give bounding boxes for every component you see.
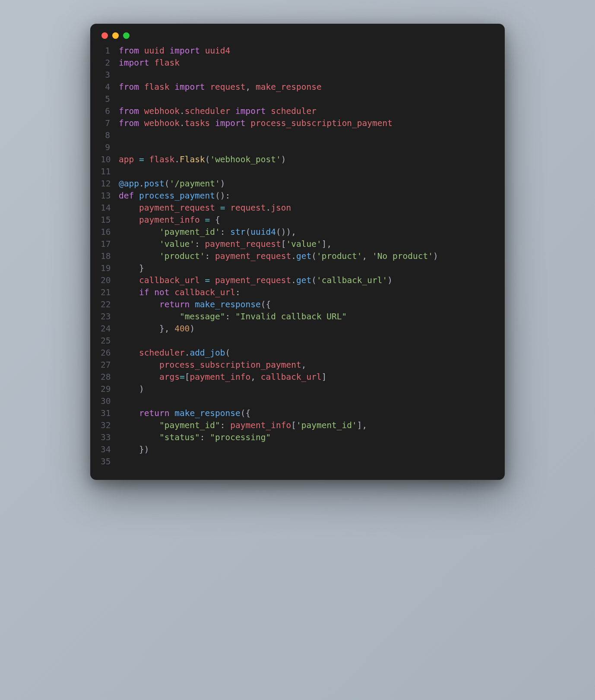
line-number: 22 — [101, 299, 110, 311]
token: make_response — [174, 408, 241, 418]
token — [169, 408, 174, 418]
editor-window: 1234567891011121314151617181920212223242… — [90, 24, 505, 480]
token: . — [185, 348, 190, 358]
code-line[interactable]: from webhook.tasks import process_subscr… — [119, 117, 493, 129]
token: import — [119, 58, 149, 68]
token: 'product' — [159, 251, 205, 261]
code-line[interactable]: process_subscription_payment, — [119, 359, 493, 371]
token — [119, 432, 159, 442]
token: scheduler — [139, 348, 185, 358]
line-number: 29 — [101, 383, 110, 395]
code-line[interactable] — [119, 69, 493, 81]
code-line[interactable] — [119, 335, 493, 347]
token: payment_request — [205, 239, 281, 249]
line-number: 26 — [101, 347, 110, 359]
line-number: 23 — [101, 311, 110, 323]
token — [139, 106, 144, 116]
line-number: 30 — [101, 395, 110, 407]
token: : — [220, 227, 230, 237]
token: 'No product' — [372, 251, 433, 261]
token: ( — [311, 275, 316, 285]
code-line[interactable]: 'product': payment_request.get('product'… — [119, 250, 493, 262]
code-line[interactable]: } — [119, 262, 493, 274]
traffic-light-zoom[interactable] — [123, 32, 130, 39]
token — [225, 203, 231, 213]
code-line[interactable]: import flask — [119, 57, 493, 69]
code-line[interactable]: "payment_id": payment_info['payment_id']… — [119, 419, 493, 432]
line-number: 9 — [101, 142, 110, 154]
line-number: 25 — [101, 335, 110, 347]
token: payment_info — [190, 372, 250, 382]
token: = — [205, 215, 210, 225]
token: . — [266, 203, 271, 213]
code-line[interactable]: from uuid import uuid4 — [119, 45, 493, 57]
token: 'payment_id' — [296, 420, 357, 430]
code-line[interactable] — [119, 142, 493, 154]
code-line[interactable] — [119, 93, 493, 105]
token — [119, 215, 139, 225]
code-line[interactable] — [119, 166, 493, 178]
code-line[interactable]: from flask import request, make_response — [119, 81, 493, 93]
token: get — [296, 275, 311, 285]
token: flask — [149, 155, 174, 164]
code-line[interactable]: scheduler.add_job( — [119, 347, 493, 359]
traffic-light-minimize[interactable] — [112, 32, 119, 39]
code-content[interactable]: from uuid import uuid4import flask from … — [119, 45, 493, 468]
code-line[interactable]: }) — [119, 444, 493, 456]
code-line[interactable]: def process_payment(): — [119, 190, 493, 202]
code-line[interactable] — [119, 456, 493, 468]
token: tasks — [185, 118, 210, 128]
token: args — [159, 372, 180, 382]
token: ( — [311, 251, 316, 261]
code-line[interactable]: payment_request = request.json — [119, 202, 493, 214]
token: . — [180, 106, 185, 116]
token: flask — [144, 82, 170, 92]
token: . — [291, 275, 296, 285]
token: ) — [433, 251, 438, 261]
token: ({ — [241, 408, 250, 418]
token — [169, 82, 174, 92]
token: ) — [190, 324, 195, 334]
code-line[interactable] — [119, 129, 493, 142]
code-line[interactable]: 'value': payment_request['value'], — [119, 238, 493, 250]
code-line[interactable]: return make_response({ — [119, 299, 493, 311]
code-line[interactable]: app = flask.Flask('webhook_post') — [119, 154, 493, 166]
token — [134, 191, 139, 201]
code-line[interactable]: }, 400) — [119, 323, 493, 335]
token: } — [119, 263, 144, 273]
token: return — [159, 300, 190, 309]
token: , — [301, 360, 307, 370]
token — [119, 312, 180, 322]
token — [169, 287, 174, 297]
line-number: 12 — [101, 178, 110, 190]
token — [139, 82, 144, 92]
token: : — [220, 420, 230, 430]
code-line[interactable]: return make_response({ — [119, 407, 493, 419]
traffic-lights — [101, 32, 493, 39]
token — [119, 372, 159, 382]
code-line[interactable]: if not callback_url: — [119, 287, 493, 299]
code-line[interactable]: "message": "Invalid callback URL" — [119, 311, 493, 323]
token: from — [119, 46, 139, 56]
token — [200, 46, 205, 56]
token: import — [174, 82, 205, 92]
code-line[interactable]: "status": "processing" — [119, 432, 493, 444]
token: callback_url — [174, 287, 235, 297]
code-area: 1234567891011121314151617181920212223242… — [101, 45, 493, 468]
code-line[interactable]: @app.post('/payment') — [119, 178, 493, 190]
token: uuid4 — [250, 227, 276, 237]
line-number: 32 — [101, 419, 110, 432]
line-number: 24 — [101, 323, 110, 335]
code-line[interactable]: ) — [119, 383, 493, 395]
token — [210, 275, 215, 285]
code-line[interactable]: 'payment_id': str(uuid4()), — [119, 226, 493, 238]
code-line[interactable]: payment_info = { — [119, 214, 493, 226]
code-line[interactable]: from webhook.scheduler import scheduler — [119, 105, 493, 117]
code-line[interactable] — [119, 395, 493, 407]
token: import — [215, 118, 245, 128]
token — [149, 58, 154, 68]
code-line[interactable]: callback_url = payment_request.get('call… — [119, 274, 493, 287]
traffic-light-close[interactable] — [101, 32, 108, 39]
code-line[interactable]: args=[payment_info, callback_url] — [119, 371, 493, 383]
line-number: 33 — [101, 432, 110, 444]
